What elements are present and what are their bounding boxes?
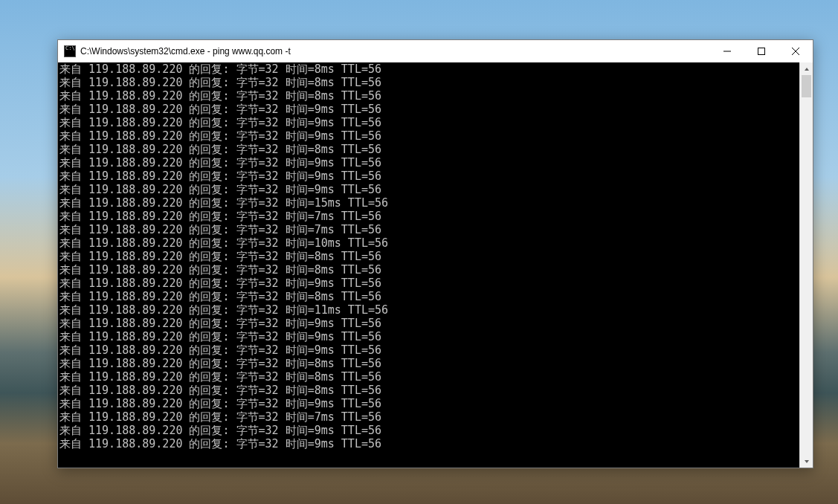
console-line: 来自 119.188.89.220 的回复: 字节=32 时间=8ms TTL=… bbox=[59, 357, 799, 370]
chevron-up-icon bbox=[804, 66, 810, 72]
scroll-down-button[interactable] bbox=[800, 455, 813, 468]
scroll-up-button[interactable] bbox=[800, 62, 813, 75]
console-line: 来自 119.188.89.220 的回复: 字节=32 时间=9ms TTL=… bbox=[59, 169, 799, 183]
console-line: 来自 119.188.89.220 的回复: 字节=32 时间=9ms TTL=… bbox=[59, 397, 799, 410]
svg-rect-1 bbox=[758, 48, 765, 55]
maximize-icon bbox=[758, 48, 765, 55]
console-line: 来自 119.188.89.220 的回复: 字节=32 时间=8ms TTL=… bbox=[59, 263, 799, 277]
chevron-down-icon bbox=[804, 459, 810, 465]
console-line: 来自 119.188.89.220 的回复: 字节=32 时间=9ms TTL=… bbox=[59, 277, 799, 290]
vertical-scrollbar[interactable] bbox=[799, 62, 813, 468]
console-line: 来自 119.188.89.220 的回复: 字节=32 时间=9ms TTL=… bbox=[59, 103, 799, 116]
scroll-track[interactable] bbox=[800, 75, 813, 455]
cmd-icon bbox=[64, 45, 76, 57]
console-line: 来自 119.188.89.220 的回复: 字节=32 时间=8ms TTL=… bbox=[59, 290, 799, 303]
svg-marker-5 bbox=[805, 460, 809, 463]
console-line: 来自 119.188.89.220 的回复: 字节=32 时间=9ms TTL=… bbox=[59, 424, 799, 437]
console-line: 来自 119.188.89.220 的回复: 字节=32 时间=15ms TTL… bbox=[59, 196, 799, 210]
scroll-thumb[interactable] bbox=[802, 75, 811, 97]
console-line: 来自 119.188.89.220 的回复: 字节=32 时间=9ms TTL=… bbox=[59, 343, 799, 357]
console-output[interactable]: 来自 119.188.89.220 的回复: 字节=32 时间=8ms TTL=… bbox=[58, 62, 799, 468]
console-line: 来自 119.188.89.220 的回复: 字节=32 时间=8ms TTL=… bbox=[59, 143, 799, 156]
console-line: 来自 119.188.89.220 的回复: 字节=32 时间=9ms TTL=… bbox=[59, 156, 799, 169]
console-line: 来自 119.188.89.220 的回复: 字节=32 时间=9ms TTL=… bbox=[59, 116, 799, 129]
client-area: 来自 119.188.89.220 的回复: 字节=32 时间=8ms TTL=… bbox=[58, 62, 813, 468]
titlebar[interactable]: C:\Windows\system32\cmd.exe - ping www.q… bbox=[58, 40, 813, 62]
console-line: 来自 119.188.89.220 的回复: 字节=32 时间=7ms TTL=… bbox=[59, 223, 799, 236]
console-line: 来自 119.188.89.220 的回复: 字节=32 时间=9ms TTL=… bbox=[59, 330, 799, 343]
desktop-wallpaper: C:\Windows\system32\cmd.exe - ping www.q… bbox=[0, 0, 838, 504]
console-line: 来自 119.188.89.220 的回复: 字节=32 时间=7ms TTL=… bbox=[59, 410, 799, 424]
close-button[interactable] bbox=[779, 40, 813, 62]
console-line: 来自 119.188.89.220 的回复: 字节=32 时间=7ms TTL=… bbox=[59, 210, 799, 223]
window-title: C:\Windows\system32\cmd.exe - ping www.q… bbox=[80, 46, 291, 56]
console-line: 来自 119.188.89.220 的回复: 字节=32 时间=8ms TTL=… bbox=[59, 250, 799, 263]
console-line: 来自 119.188.89.220 的回复: 字节=32 时间=11ms TTL… bbox=[59, 303, 799, 317]
console-line: 来自 119.188.89.220 的回复: 字节=32 时间=10ms TTL… bbox=[59, 236, 799, 250]
console-line: 来自 119.188.89.220 的回复: 字节=32 时间=8ms TTL=… bbox=[59, 384, 799, 397]
minimize-icon bbox=[723, 48, 731, 55]
svg-rect-0 bbox=[723, 51, 731, 52]
console-line: 来自 119.188.89.220 的回复: 字节=32 时间=8ms TTL=… bbox=[59, 76, 799, 89]
console-line: 来自 119.188.89.220 的回复: 字节=32 时间=9ms TTL=… bbox=[59, 317, 799, 330]
maximize-button[interactable] bbox=[744, 40, 779, 62]
window-controls bbox=[710, 40, 813, 62]
console-line: 来自 119.188.89.220 的回复: 字节=32 时间=9ms TTL=… bbox=[59, 129, 799, 143]
minimize-button[interactable] bbox=[710, 40, 744, 62]
cmd-window: C:\Windows\system32\cmd.exe - ping www.q… bbox=[57, 39, 813, 468]
console-line: 来自 119.188.89.220 的回复: 字节=32 时间=8ms TTL=… bbox=[59, 62, 799, 76]
console-line: 来自 119.188.89.220 的回复: 字节=32 时间=9ms TTL=… bbox=[59, 437, 799, 450]
console-line: 来自 119.188.89.220 的回复: 字节=32 时间=9ms TTL=… bbox=[59, 183, 799, 196]
close-icon bbox=[792, 48, 799, 55]
svg-marker-4 bbox=[805, 68, 809, 71]
console-line: 来自 119.188.89.220 的回复: 字节=32 时间=8ms TTL=… bbox=[59, 89, 799, 103]
console-line: 来自 119.188.89.220 的回复: 字节=32 时间=8ms TTL=… bbox=[59, 370, 799, 384]
